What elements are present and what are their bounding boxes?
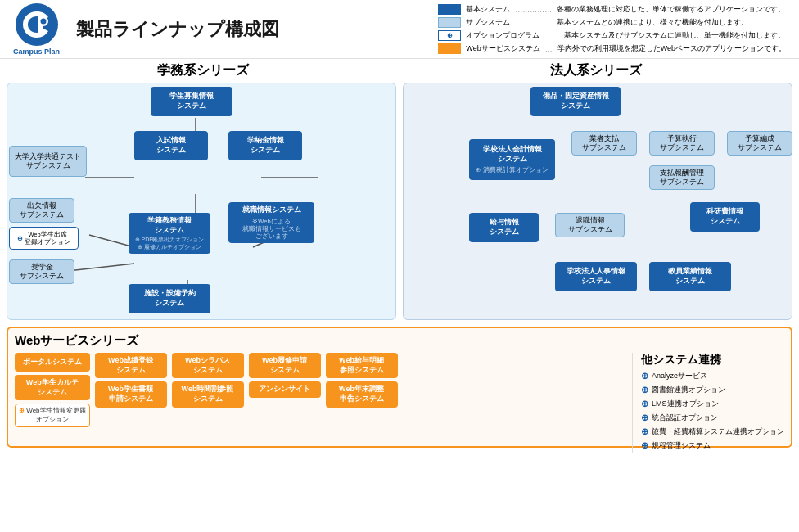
gakko-jinji-box: 学校法人人事情報システム [555, 262, 637, 291]
legend: 基本システム …………… 各種の業務処理に対応した、単体で稼働するアプリケーショ… [438, 4, 786, 54]
other-item-4: ⊕ 統合認証オプション [641, 413, 784, 423]
shogakukin-box: 奨学金サブシステム [9, 259, 74, 284]
web-gakusei-option: ⊕ Web学生出席 登録オプション [9, 227, 79, 250]
gakuseki-box: 学籍教務情報システム ⊕ PDF帳票出力オプション ⊕ 履修カルテオプション [129, 213, 210, 254]
nyushi-box: 入試情報システム [134, 131, 208, 160]
hojin-title: 法人系シリーズ [400, 62, 792, 79]
legend-desc-sub: 基本システムとの連携により、様々な機能を付加します。 [557, 17, 748, 28]
other-item-3: ⊕ LMS連携オプション [641, 399, 784, 409]
page-title: 製品ラインナップ構成図 [76, 17, 279, 42]
gakumu-title: 学務系シリーズ [7, 62, 400, 79]
legend-desc-basic: 各種の業務処理に対応した、単体で稼働するアプリケーションです。 [557, 4, 785, 15]
legend-label-basic: 基本システム [466, 4, 510, 15]
web-seiseki-box: Web成績登録システム [95, 353, 167, 378]
chikoku-box: 出欠情報サブシステム [9, 198, 74, 223]
main-area: 学務系シリーズ 法人系シリーズ [0, 59, 799, 532]
other-systems-list: ⊕ Analyzeサービス ⊕ 図書館連携オプション ⊕ LMS連携オプション … [641, 371, 784, 453]
web-karute-box: Web学生カルテシステム [15, 375, 90, 400]
legend-row-4: Webサービスシステム … 学内外での利用環境を想定したWebベースのアプリケー… [438, 43, 786, 54]
bippi-box: 備品・固定資産情報システム [530, 87, 621, 116]
upper-area: 学生募集情報システム 入試情報システム 学納金情報システム 大学入学共通テストサ… [7, 83, 792, 320]
web-col-3: Webシラバスシステム Web時間割参照システム [172, 353, 244, 453]
web-kyuyo-box: Web給与明細参照システム [326, 353, 398, 378]
web-section: Webサービスシリーズ ポータルシステム Web学生カルテシステム ⊕ Web学… [7, 327, 792, 448]
web-col-4: Web履修申請システム アンシンサイト [249, 353, 321, 453]
web-nenchou-box: Web年末調整申告システム [326, 381, 398, 407]
web-henshu-box: Web履修申請システム [249, 353, 321, 378]
page: Campus Plan 製品ラインナップ構成図 基本システム …………… 各種の… [0, 0, 799, 532]
svg-point-2 [40, 18, 46, 24]
gakumu-diagram: 学生募集情報システム 入試情報システム 学納金情報システム 大学入学共通テストサ… [7, 83, 396, 320]
web-shorui-box: Web学生書類申請システム [95, 381, 167, 407]
gakuno-box: 学納金情報システム [228, 131, 302, 160]
hojin-diagram: 備品・固定資産情報システム 学校法人会計情報システム ⊕ 消費税計算オプション … [403, 83, 792, 320]
legend-row-1: 基本システム …………… 各種の業務処理に対応した、単体で稼働するアプリケーショ… [438, 4, 786, 15]
gyosha-box: 業者支払サブシステム [571, 131, 637, 156]
web-series-title: Webサービスシリーズ [15, 333, 784, 349]
web-boxes-container: ポータルシステム Web学生カルテシステム ⊕ Web学生情報変更届オプション … [15, 353, 784, 453]
student-recruit-box: 学生募集情報システム [151, 87, 232, 116]
web-col-2: Web成績登録システム Web学生書類申請システム [95, 353, 167, 453]
gakko-hojin-box: 学校法人会計情報システム ⊕ 消費税計算オプション [469, 139, 555, 180]
kyoin-gyoseki-box: 教員業績情報システム [649, 262, 731, 291]
shisetsu-box: 施設・設備予約システム [129, 284, 210, 313]
section-titles: 学務系シリーズ 法人系シリーズ [7, 62, 792, 79]
legend-desc-option: 基本システム及びサブシステムに連動し、単一機能を付加します。 [564, 30, 785, 41]
anshin-box: アンシンサイト [249, 381, 321, 398]
other-item-5: ⊕ 旅費・経費精算システム連携オプション [641, 426, 784, 437]
legend-row-2: サブシステム …………… 基本システムとの連携により、様々な機能を付加します。 [438, 17, 786, 28]
other-systems-title: 他システム連携 [641, 353, 784, 367]
legend-box-sub [438, 17, 461, 28]
web-syllabus-box: Webシラバスシステム [172, 353, 244, 378]
other-item-6: ⊕ 規程管理システム [641, 440, 784, 451]
web-karute-option-box: ⊕ Web学生情報変更届オプション [15, 404, 90, 427]
other-item-2: ⊕ 図書館連携オプション [641, 385, 784, 395]
taishoku-box: 退職情報サブシステム [555, 213, 625, 237]
shiharai-box: 支払報酬管理サブシステム [649, 165, 715, 190]
logo-icon [16, 3, 58, 46]
legend-box-web [438, 43, 461, 54]
logo-text: Campus Plan [13, 47, 60, 56]
legend-label-sub: サブシステム [466, 17, 510, 28]
legend-desc-web: 学内外での利用環境を想定したWebベースのアプリケーションです。 [557, 43, 786, 54]
web-jikan-box: Web時間割参照システム [172, 381, 244, 407]
web-col-5: Web給与明細参照システム Web年末調整申告システム [326, 353, 398, 453]
daigaku-test-box: 大学入学共通テストサブシステム [9, 146, 87, 177]
logo-area: Campus Plan [13, 3, 60, 56]
other-item-1: ⊕ Analyzeサービス [641, 371, 784, 381]
legend-label-web: Webサービスシステム [466, 43, 539, 54]
legend-box-basic [438, 4, 461, 15]
svg-line-7 [89, 235, 134, 247]
kakenhi-box: 科研費情報システム [690, 202, 760, 232]
legend-box-option: ⊕ [438, 30, 461, 41]
legend-label-option: オプションプログラム [466, 30, 539, 41]
portal-box: ポータルシステム [15, 353, 90, 372]
yosan-hensei-box: 予算編成サブシステム [727, 131, 792, 156]
other-systems: 他システム連携 ⊕ Analyzeサービス ⊕ 図書館連携オプション ⊕ LMS… [632, 353, 784, 453]
kyuyo-box: 給与情報システム [469, 213, 539, 242]
web-col-1: ポータルシステム Web学生カルテシステム ⊕ Web学生情報変更届オプション [15, 353, 90, 453]
legend-row-3: ⊕ オプションプログラム …… 基本システム及びサブシステムに連動し、単一機能を… [438, 30, 786, 41]
yosan-shiko-box: 予算執行サブシステム [649, 131, 715, 156]
shushoku-box: 就職情報システム ※Webによる就職情報サービスもございます [228, 202, 314, 243]
header: Campus Plan 製品ラインナップ構成図 基本システム …………… 各種の… [0, 0, 799, 59]
